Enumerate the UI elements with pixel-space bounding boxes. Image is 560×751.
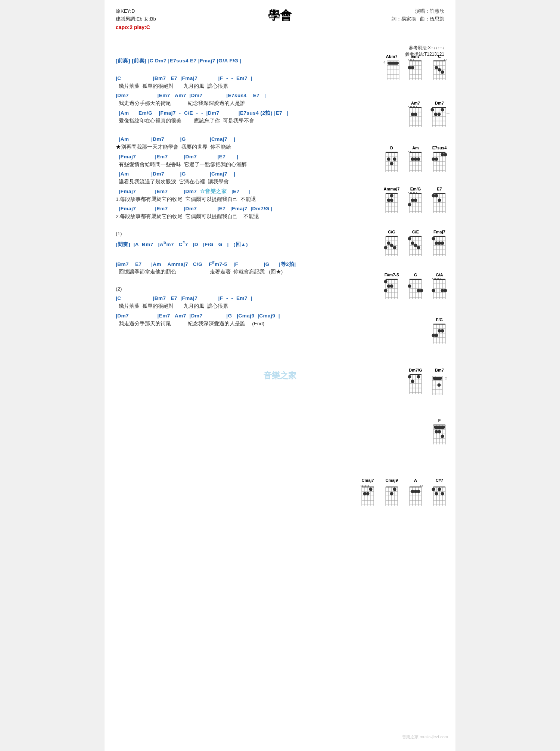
chord-fmaj7: Fmaj7 <box>429 230 450 257</box>
suggested-key: 建議男調:Eb 女:Bb <box>116 15 156 23</box>
svg-point-248 <box>432 334 435 337</box>
svg-point-82 <box>390 162 393 165</box>
svg-point-251 <box>441 329 444 333</box>
svg-point-96 <box>417 158 420 161</box>
svg-point-345 <box>435 492 438 496</box>
svg-point-150 <box>432 194 435 198</box>
v1-lyric2: 我走過分手那天的街尾 紀念我深深愛過的人是誰 <box>116 99 444 108</box>
svg-point-179 <box>417 246 420 249</box>
svg-point-108 <box>435 158 438 161</box>
svg-point-81 <box>393 158 396 161</box>
svg-point-66 <box>431 108 434 112</box>
svg-point-343 <box>432 488 435 491</box>
svg-point-67 <box>434 113 438 116</box>
svg-point-344 <box>438 488 441 491</box>
svg-point-236 <box>441 289 444 292</box>
chord-em7-1: Em7 <box>405 54 426 81</box>
svg-point-332 <box>417 490 420 493</box>
svg-point-38 <box>441 71 444 74</box>
svg-point-164 <box>387 242 391 245</box>
svg-point-264 <box>417 375 420 379</box>
svg-point-25 <box>411 66 414 69</box>
chord-ammaj7: Ammaj7 <box>381 187 402 214</box>
chord-d: D <box>381 146 402 173</box>
chord-row-3: D Am <box>381 146 450 173</box>
chord-cs7-b: C#7 <box>429 478 450 507</box>
chord-bm7: Bm7 2 <box>429 368 450 396</box>
svg-point-80 <box>387 158 391 161</box>
v1-lyric3: 愛像指紋印在心裡真的很美 應該忘了你 可是我學不會 <box>116 117 444 125</box>
meta-left: 原KEY:D 建議男調:Eb 女:Bb capo:2 play:C <box>116 7 156 31</box>
chord-abm7: Abm7 4 <box>381 54 402 81</box>
chord-dm7: Dm7 — <box>429 101 450 128</box>
watermark: 音樂之家 <box>264 370 296 381</box>
svg-point-306 <box>369 488 373 491</box>
svg-text:2: 2 <box>445 376 447 380</box>
svg-point-318 <box>393 488 396 491</box>
chord-a-b: A <box>405 478 426 507</box>
svg-rect-11 <box>388 62 399 65</box>
svg-point-177 <box>408 237 411 240</box>
svg-point-249 <box>435 334 438 337</box>
p2-chord2: |Dm7 |Em7 Am7 |Dm7 |G |Cmaj9 |Cmaj9 | <box>116 313 444 320</box>
c-lyric4-2: 2.每段故事都有屬於它的收尾 它偶爾可以提醒我自己 不能退 <box>116 212 444 221</box>
chord-row-4: Ammaj7 Em/G <box>381 187 450 214</box>
svg-text:—: — <box>447 111 449 115</box>
chord-e7: E7 <box>429 187 450 214</box>
svg-point-221 <box>420 289 423 292</box>
chord-row-1: Abm7 4 <box>381 54 450 81</box>
svg-point-138 <box>411 199 414 202</box>
p2-lyric1: 幾片落葉 孤單的很絕對 九月的風 讓心很累 <box>116 302 444 310</box>
svg-point-207 <box>390 285 393 288</box>
v1-chord3: |Am Em/G |Fmaj7 - C/E - - |Dm7 |E7sus4 (… <box>116 110 444 117</box>
chord-am7: Am7 <box>405 101 426 128</box>
original-key: 原KEY:D <box>116 7 156 15</box>
chord-row-5: C/G C/ <box>381 230 450 257</box>
svg-point-330 <box>411 490 414 493</box>
chord-row-6: F#m7-5 <box>381 273 450 300</box>
svg-point-180 <box>414 244 417 247</box>
singer: 演唱：許慧欣 <box>392 7 444 15</box>
svg-point-109 <box>441 153 444 156</box>
chord-f: F <box>429 418 450 445</box>
svg-point-263 <box>411 380 414 383</box>
svg-point-152 <box>435 194 438 198</box>
svg-point-39 <box>438 68 441 72</box>
chord-dm7g: Dm7/G <box>405 368 426 395</box>
svg-point-317 <box>390 492 393 496</box>
svg-point-68 <box>438 113 441 116</box>
svg-point-191 <box>432 237 435 240</box>
page: 學會 原KEY:D 建議男調:Eb 女:Bb capo:2 play:C 演唱：… <box>105 0 455 751</box>
chord-cg: C/G <box>381 230 402 257</box>
chord-row-7: F/G <box>429 317 450 344</box>
svg-point-289 <box>438 430 441 434</box>
chord-row-9: F <box>429 418 450 445</box>
svg-point-331 <box>414 490 417 493</box>
svg-point-123 <box>390 199 393 202</box>
chord-row-2: Am7 <box>405 101 450 128</box>
chord-fm7b5: F#m7-5 <box>381 273 402 300</box>
svg-point-194 <box>441 242 444 245</box>
chord-fg: F/G <box>429 317 450 344</box>
meta-right: 演唱：許慧欣 詞：易家揚 曲：伍思凱 <box>392 7 444 23</box>
svg-text:4: 4 <box>383 60 385 64</box>
chord-am: Am <box>405 146 426 173</box>
svg-point-219 <box>408 285 411 288</box>
svg-rect-275 <box>433 377 442 380</box>
svg-point-206 <box>387 285 391 288</box>
svg-point-193 <box>438 242 441 245</box>
chord-cmaj7-b: Cmaj7 <box>357 478 379 507</box>
chord-row-8: Dm7/G Bm7 <box>405 368 450 396</box>
svg-point-237 <box>444 289 447 292</box>
svg-point-137 <box>408 203 411 207</box>
svg-point-276 <box>438 384 441 387</box>
svg-point-24 <box>408 66 411 69</box>
svg-point-192 <box>435 242 438 245</box>
svg-point-205 <box>384 280 388 283</box>
svg-point-107 <box>432 158 435 161</box>
capo-info: capo:2 play:C <box>116 23 156 31</box>
svg-rect-287 <box>434 426 445 429</box>
p2-lyric2: 我走過分手那天的街尾 紀念我深深愛過的人是誰 (End) <box>116 320 444 328</box>
svg-point-53 <box>411 113 414 116</box>
svg-point-151 <box>438 199 441 202</box>
